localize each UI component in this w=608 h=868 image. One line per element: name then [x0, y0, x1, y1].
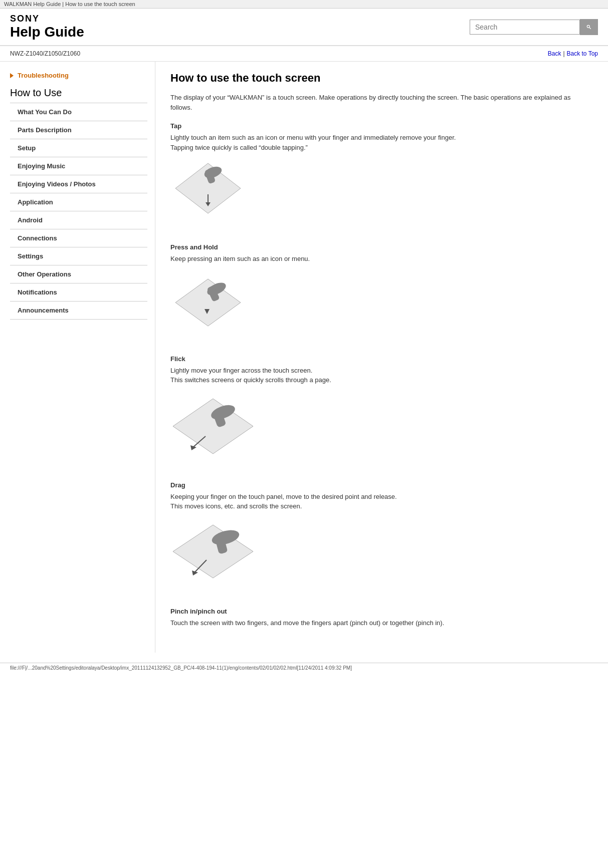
main-layout: Troubleshooting How to Use What You Can … — [0, 62, 608, 653]
tap-gesture-svg — [170, 158, 246, 228]
title-bar-text: WALKMAN Help Guide | How to use the touc… — [4, 1, 135, 7]
svg-marker-11 — [173, 399, 253, 454]
svg-marker-7 — [175, 279, 241, 326]
op-flick-title: Flick — [170, 355, 593, 363]
header: SONY Help Guide — [0, 9, 608, 46]
op-flick-desc: Lightly move your finger across the touc… — [170, 366, 593, 385]
sidebar-item-settings[interactable]: Settings — [10, 247, 147, 265]
op-tap-title: Tap — [170, 122, 593, 130]
sidebar-item-what-you-can-do[interactable]: What You Can Do — [10, 103, 147, 121]
op-press-desc1: Keep pressing an item such as an icon or… — [170, 254, 593, 264]
sidebar-item-notifications[interactable]: Notifications — [10, 283, 147, 302]
search-icon — [586, 24, 591, 31]
troubleshooting-label: Troubleshooting — [18, 72, 69, 79]
footer: file:///F|/...20and%20Settings/editorala… — [0, 663, 608, 673]
drag-gesture-svg — [170, 517, 271, 593]
flick-image — [170, 391, 593, 466]
operation-press-hold: Press and Hold Keep pressing an item suc… — [170, 243, 593, 340]
search-area — [470, 19, 598, 35]
flick-gesture-svg — [170, 391, 271, 466]
tap-image — [170, 158, 593, 228]
op-pinch-desc: Touch the screen with two fingers, and m… — [170, 618, 593, 628]
op-pinch-title: Pinch in/pinch out — [170, 608, 593, 615]
op-press-title: Press and Hold — [170, 243, 593, 251]
drag-image — [170, 517, 593, 593]
intro-text: The display of your “WALKMAN” is a touch… — [170, 93, 593, 112]
page-title: How to use the touch screen — [170, 72, 593, 85]
sidebar-item-enjoying-music[interactable]: Enjoying Music — [10, 157, 147, 175]
logo-area: SONY Help Guide — [10, 14, 84, 40]
operation-pinch: Pinch in/pinch out Touch the screen with… — [170, 608, 593, 628]
svg-marker-15 — [190, 445, 196, 450]
title-bar: WALKMAN Help Guide | How to use the touc… — [0, 0, 608, 9]
sidebar-item-setup[interactable]: Setup — [10, 139, 147, 157]
press-hold-image — [170, 270, 593, 340]
press-hold-gesture-svg — [170, 270, 251, 340]
sidebar-item-application[interactable]: Application — [10, 193, 147, 211]
sidebar-item-announcements[interactable]: Announcements — [10, 302, 147, 320]
svg-point-0 — [587, 25, 589, 28]
how-to-use-heading: How to Use — [10, 87, 147, 99]
svg-line-1 — [589, 27, 591, 29]
search-input[interactable] — [470, 20, 580, 35]
sidebar-item-connections[interactable]: Connections — [10, 229, 147, 247]
op-tap-desc1: Lightly touch an item such as an icon or… — [170, 133, 593, 152]
nav-links: Back | Back to Top — [548, 50, 598, 57]
sub-header: NWZ-Z1040/Z1050/Z1060 Back | Back to Top — [0, 46, 608, 62]
op-drag-desc: Keeping your finger on the touch panel, … — [170, 492, 593, 511]
operation-tap: Tap Lightly touch an item such as an ico… — [170, 122, 593, 228]
svg-marker-16 — [173, 525, 253, 578]
model-number: NWZ-Z1040/Z1050/Z1060 — [10, 50, 80, 57]
content-area: How to use the touch screen The display … — [155, 62, 608, 653]
operation-flick: Flick Lightly move your finger across th… — [170, 355, 593, 466]
sidebar-item-other-operations[interactable]: Other Operations — [10, 265, 147, 283]
sidebar-item-enjoying-videos-photos[interactable]: Enjoying Videos / Photos — [10, 175, 147, 193]
sidebar-item-android[interactable]: Android — [10, 211, 147, 229]
footer-text: file:///F|/...20and%20Settings/editorala… — [10, 665, 352, 671]
op-drag-title: Drag — [170, 481, 593, 489]
sony-logo: SONY — [10, 14, 84, 24]
help-guide-title: Help Guide — [10, 24, 84, 40]
operation-drag: Drag Keeping your finger on the touch pa… — [170, 481, 593, 593]
back-link[interactable]: Back — [548, 50, 561, 57]
back-to-top-link[interactable]: Back to Top — [567, 50, 598, 57]
search-button[interactable] — [580, 19, 598, 35]
sidebar: Troubleshooting How to Use What You Can … — [0, 62, 155, 653]
sidebar-item-parts-description[interactable]: Parts Description — [10, 121, 147, 139]
chevron-icon — [10, 73, 14, 78]
svg-marker-20 — [192, 570, 198, 575]
troubleshooting-link[interactable]: Troubleshooting — [10, 72, 147, 79]
nav-separator: | — [563, 50, 564, 57]
